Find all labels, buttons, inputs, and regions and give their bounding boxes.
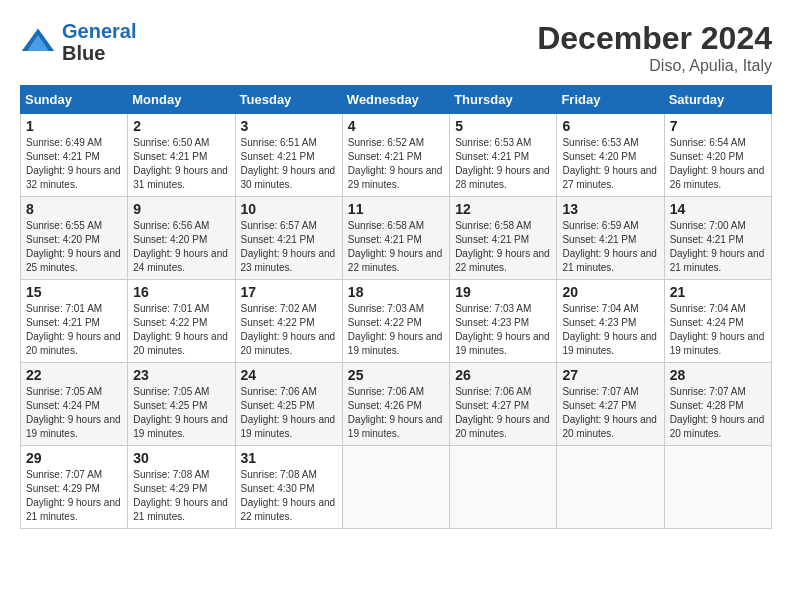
day-info: Sunrise: 7:08 AMSunset: 4:30 PMDaylight:… xyxy=(241,468,337,524)
day-info: Sunrise: 6:54 AMSunset: 4:20 PMDaylight:… xyxy=(670,136,766,192)
calendar-cell xyxy=(557,446,664,529)
day-number: 15 xyxy=(26,284,122,300)
day-number: 17 xyxy=(241,284,337,300)
day-info: Sunrise: 7:07 AMSunset: 4:29 PMDaylight:… xyxy=(26,468,122,524)
calendar-cell: 18Sunrise: 7:03 AMSunset: 4:22 PMDayligh… xyxy=(342,280,449,363)
calendar-cell: 17Sunrise: 7:02 AMSunset: 4:22 PMDayligh… xyxy=(235,280,342,363)
calendar-cell xyxy=(450,446,557,529)
day-number: 20 xyxy=(562,284,658,300)
day-number: 16 xyxy=(133,284,229,300)
day-info: Sunrise: 7:08 AMSunset: 4:29 PMDaylight:… xyxy=(133,468,229,524)
day-info: Sunrise: 7:06 AMSunset: 4:25 PMDaylight:… xyxy=(241,385,337,441)
day-info: Sunrise: 7:06 AMSunset: 4:26 PMDaylight:… xyxy=(348,385,444,441)
day-number: 6 xyxy=(562,118,658,134)
column-header-wednesday: Wednesday xyxy=(342,86,449,114)
calendar-cell: 26Sunrise: 7:06 AMSunset: 4:27 PMDayligh… xyxy=(450,363,557,446)
day-info: Sunrise: 7:00 AMSunset: 4:21 PMDaylight:… xyxy=(670,219,766,275)
day-info: Sunrise: 6:55 AMSunset: 4:20 PMDaylight:… xyxy=(26,219,122,275)
column-header-sunday: Sunday xyxy=(21,86,128,114)
day-number: 4 xyxy=(348,118,444,134)
day-info: Sunrise: 7:06 AMSunset: 4:27 PMDaylight:… xyxy=(455,385,551,441)
day-number: 5 xyxy=(455,118,551,134)
day-number: 23 xyxy=(133,367,229,383)
day-number: 3 xyxy=(241,118,337,134)
calendar-cell: 22Sunrise: 7:05 AMSunset: 4:24 PMDayligh… xyxy=(21,363,128,446)
day-number: 25 xyxy=(348,367,444,383)
calendar-cell: 14Sunrise: 7:00 AMSunset: 4:21 PMDayligh… xyxy=(664,197,771,280)
calendar-table: SundayMondayTuesdayWednesdayThursdayFrid… xyxy=(20,85,772,529)
column-header-saturday: Saturday xyxy=(664,86,771,114)
logo-icon xyxy=(20,24,56,60)
calendar-week-2: 8Sunrise: 6:55 AMSunset: 4:20 PMDaylight… xyxy=(21,197,772,280)
calendar-cell: 27Sunrise: 7:07 AMSunset: 4:27 PMDayligh… xyxy=(557,363,664,446)
calendar-cell: 4Sunrise: 6:52 AMSunset: 4:21 PMDaylight… xyxy=(342,114,449,197)
day-info: Sunrise: 6:58 AMSunset: 4:21 PMDaylight:… xyxy=(455,219,551,275)
day-number: 7 xyxy=(670,118,766,134)
calendar-cell: 9Sunrise: 6:56 AMSunset: 4:20 PMDaylight… xyxy=(128,197,235,280)
calendar-week-3: 15Sunrise: 7:01 AMSunset: 4:21 PMDayligh… xyxy=(21,280,772,363)
page-header: General Blue December 2024 Diso, Apulia,… xyxy=(20,20,772,75)
calendar-cell: 6Sunrise: 6:53 AMSunset: 4:20 PMDaylight… xyxy=(557,114,664,197)
day-number: 14 xyxy=(670,201,766,217)
day-number: 8 xyxy=(26,201,122,217)
day-info: Sunrise: 7:01 AMSunset: 4:22 PMDaylight:… xyxy=(133,302,229,358)
day-info: Sunrise: 7:02 AMSunset: 4:22 PMDaylight:… xyxy=(241,302,337,358)
day-info: Sunrise: 6:52 AMSunset: 4:21 PMDaylight:… xyxy=(348,136,444,192)
calendar-cell: 23Sunrise: 7:05 AMSunset: 4:25 PMDayligh… xyxy=(128,363,235,446)
calendar-cell: 10Sunrise: 6:57 AMSunset: 4:21 PMDayligh… xyxy=(235,197,342,280)
calendar-cell: 31Sunrise: 7:08 AMSunset: 4:30 PMDayligh… xyxy=(235,446,342,529)
calendar-cell: 28Sunrise: 7:07 AMSunset: 4:28 PMDayligh… xyxy=(664,363,771,446)
calendar-cell: 7Sunrise: 6:54 AMSunset: 4:20 PMDaylight… xyxy=(664,114,771,197)
day-info: Sunrise: 6:53 AMSunset: 4:21 PMDaylight:… xyxy=(455,136,551,192)
location-title: Diso, Apulia, Italy xyxy=(537,57,772,75)
calendar-cell: 30Sunrise: 7:08 AMSunset: 4:29 PMDayligh… xyxy=(128,446,235,529)
day-number: 19 xyxy=(455,284,551,300)
calendar-cell: 29Sunrise: 7:07 AMSunset: 4:29 PMDayligh… xyxy=(21,446,128,529)
day-info: Sunrise: 6:57 AMSunset: 4:21 PMDaylight:… xyxy=(241,219,337,275)
day-info: Sunrise: 7:03 AMSunset: 4:22 PMDaylight:… xyxy=(348,302,444,358)
day-number: 9 xyxy=(133,201,229,217)
calendar-week-4: 22Sunrise: 7:05 AMSunset: 4:24 PMDayligh… xyxy=(21,363,772,446)
day-info: Sunrise: 7:05 AMSunset: 4:25 PMDaylight:… xyxy=(133,385,229,441)
day-number: 18 xyxy=(348,284,444,300)
day-info: Sunrise: 6:51 AMSunset: 4:21 PMDaylight:… xyxy=(241,136,337,192)
day-info: Sunrise: 7:01 AMSunset: 4:21 PMDaylight:… xyxy=(26,302,122,358)
column-header-monday: Monday xyxy=(128,86,235,114)
calendar-cell: 19Sunrise: 7:03 AMSunset: 4:23 PMDayligh… xyxy=(450,280,557,363)
calendar-cell: 11Sunrise: 6:58 AMSunset: 4:21 PMDayligh… xyxy=(342,197,449,280)
logo-line1: General xyxy=(62,20,136,42)
day-number: 31 xyxy=(241,450,337,466)
day-info: Sunrise: 6:50 AMSunset: 4:21 PMDaylight:… xyxy=(133,136,229,192)
logo: General Blue xyxy=(20,20,136,64)
day-info: Sunrise: 6:53 AMSunset: 4:20 PMDaylight:… xyxy=(562,136,658,192)
calendar-cell: 16Sunrise: 7:01 AMSunset: 4:22 PMDayligh… xyxy=(128,280,235,363)
day-number: 11 xyxy=(348,201,444,217)
day-info: Sunrise: 6:59 AMSunset: 4:21 PMDaylight:… xyxy=(562,219,658,275)
day-number: 2 xyxy=(133,118,229,134)
logo-line2: Blue xyxy=(62,42,136,64)
day-number: 1 xyxy=(26,118,122,134)
calendar-week-5: 29Sunrise: 7:07 AMSunset: 4:29 PMDayligh… xyxy=(21,446,772,529)
calendar-cell: 21Sunrise: 7:04 AMSunset: 4:24 PMDayligh… xyxy=(664,280,771,363)
logo-text: General Blue xyxy=(62,20,136,64)
title-area: December 2024 Diso, Apulia, Italy xyxy=(537,20,772,75)
column-header-tuesday: Tuesday xyxy=(235,86,342,114)
day-info: Sunrise: 6:56 AMSunset: 4:20 PMDaylight:… xyxy=(133,219,229,275)
calendar-cell xyxy=(664,446,771,529)
day-number: 13 xyxy=(562,201,658,217)
calendar-cell xyxy=(342,446,449,529)
day-number: 28 xyxy=(670,367,766,383)
calendar-cell: 20Sunrise: 7:04 AMSunset: 4:23 PMDayligh… xyxy=(557,280,664,363)
column-header-thursday: Thursday xyxy=(450,86,557,114)
calendar-cell: 15Sunrise: 7:01 AMSunset: 4:21 PMDayligh… xyxy=(21,280,128,363)
day-info: Sunrise: 7:04 AMSunset: 4:23 PMDaylight:… xyxy=(562,302,658,358)
calendar-header-row: SundayMondayTuesdayWednesdayThursdayFrid… xyxy=(21,86,772,114)
day-info: Sunrise: 7:05 AMSunset: 4:24 PMDaylight:… xyxy=(26,385,122,441)
month-title: December 2024 xyxy=(537,20,772,57)
day-number: 26 xyxy=(455,367,551,383)
day-number: 22 xyxy=(26,367,122,383)
day-number: 30 xyxy=(133,450,229,466)
day-number: 10 xyxy=(241,201,337,217)
calendar-cell: 8Sunrise: 6:55 AMSunset: 4:20 PMDaylight… xyxy=(21,197,128,280)
day-number: 21 xyxy=(670,284,766,300)
